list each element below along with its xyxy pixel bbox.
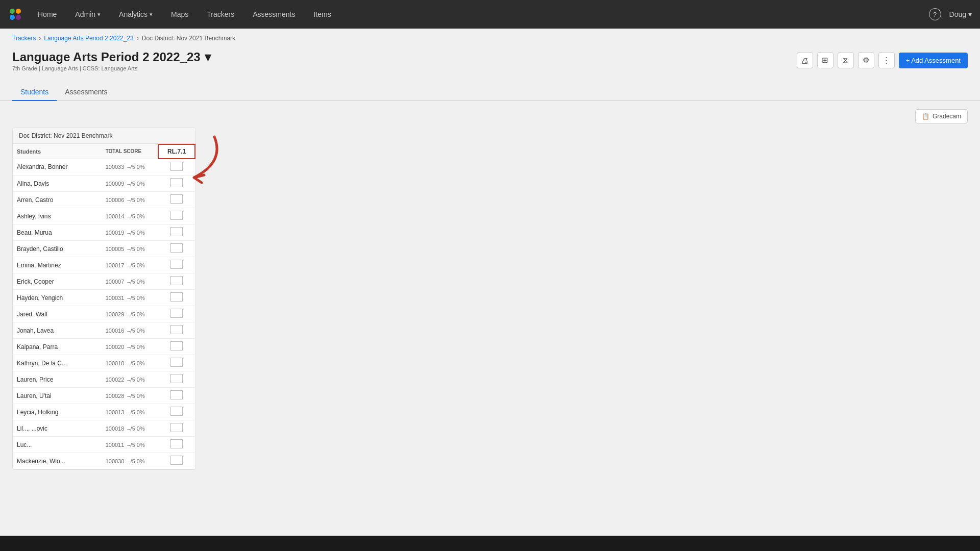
student-rl71-score[interactable] — [158, 437, 195, 453]
student-id-score: 100007 –/5 0% — [102, 273, 159, 290]
table-row[interactable]: Erick, Cooper 100007 –/5 0% — [13, 273, 195, 290]
student-id-score: 100006 –/5 0% — [102, 192, 159, 208]
breadcrumb-current: Doc District: Nov 2021 Benchmark — [142, 35, 235, 42]
student-id-score: 100005 –/5 0% — [102, 241, 159, 257]
page-title: Language Arts Period 2 2022_23 ▾ — [12, 50, 211, 64]
student-rl71-score[interactable] — [158, 208, 195, 224]
student-name: Hayden, Yengich — [13, 290, 102, 306]
student-id-score: 100031 –/5 0% — [102, 290, 159, 306]
assessment-header: Doc District: Nov 2021 Benchmark — [13, 128, 195, 144]
table-area: 📋 Gradecam Doc District: Nov 2021 Benchm… — [0, 101, 980, 478]
student-id-score: 100016 –/5 0% — [102, 322, 159, 339]
filter-button[interactable]: ⧖ — [838, 52, 854, 68]
tabs: Students Assessments — [0, 76, 980, 101]
analytics-chevron: ▾ — [150, 11, 153, 18]
table-row[interactable]: Emina, Martinez 100017 –/5 0% — [13, 257, 195, 273]
table-row[interactable]: Arren, Castro 100006 –/5 0% — [13, 192, 195, 208]
breadcrumb-sep-1: › — [39, 35, 41, 42]
nav-assessments[interactable]: Assessments — [250, 8, 298, 20]
table-row[interactable]: Brayden, Castillo 100005 –/5 0% — [13, 241, 195, 257]
nav-admin[interactable]: Admin ▾ — [72, 8, 104, 20]
table-row[interactable]: Lauren, U'tai 100028 –/5 0% — [13, 388, 195, 404]
student-rl71-score[interactable] — [158, 355, 195, 371]
student-rl71-score[interactable] — [158, 453, 195, 469]
col-students: Students — [13, 144, 102, 159]
title-chevron[interactable]: ▾ — [205, 50, 211, 64]
nav-right: ? Doug ▾ — [929, 8, 972, 20]
col-total-score[interactable]: TOTAL SCORE — [102, 144, 159, 159]
svg-point-1 — [16, 9, 21, 14]
print-button[interactable]: 🖨 — [797, 52, 813, 68]
table-row[interactable]: Luc... 100011 –/5 0% — [13, 437, 195, 453]
grid-button[interactable]: ⊞ — [817, 52, 834, 68]
settings-button[interactable]: ⚙ — [858, 52, 874, 68]
tab-students[interactable]: Students — [12, 84, 57, 101]
table-row[interactable]: Lauren, Price 100022 –/5 0% — [13, 371, 195, 388]
student-rl71-score[interactable] — [158, 224, 195, 241]
col-rl71[interactable]: RL.7.1 — [158, 144, 195, 159]
nav-maps[interactable]: Maps — [168, 8, 191, 20]
student-id-score: 100017 –/5 0% — [102, 257, 159, 273]
page-subtitle: 7th Grade | Language Arts | CCSS: Langua… — [12, 65, 211, 71]
table-row[interactable]: Kathryn, De la C... 100010 –/5 0% — [13, 355, 195, 371]
student-id-score: 100013 –/5 0% — [102, 404, 159, 420]
navbar: Home Admin ▾ Analytics ▾ Maps Trackers A… — [0, 0, 980, 29]
student-rl71-score[interactable] — [158, 192, 195, 208]
student-name: Leycia, Holking — [13, 404, 102, 420]
nav-items[interactable]: Items — [311, 8, 334, 20]
student-id-score: 100014 –/5 0% — [102, 208, 159, 224]
table-row[interactable]: Kaipana, Parra 100020 –/5 0% — [13, 339, 195, 355]
student-rl71-score[interactable] — [158, 176, 195, 192]
breadcrumb-class[interactable]: Language Arts Period 2 2022_23 — [44, 35, 133, 42]
student-rl71-score[interactable] — [158, 290, 195, 306]
student-rl71-score[interactable] — [158, 339, 195, 355]
table-row[interactable]: Hayden, Yengich 100031 –/5 0% — [13, 290, 195, 306]
student-id-score: 100011 –/5 0% — [102, 437, 159, 453]
student-name: Erick, Cooper — [13, 273, 102, 290]
table-row[interactable]: Leycia, Holking 100013 –/5 0% — [13, 404, 195, 420]
student-rl71-score[interactable] — [158, 388, 195, 404]
student-id-score: 100022 –/5 0% — [102, 371, 159, 388]
student-rl71-score[interactable] — [158, 371, 195, 388]
student-rl71-score[interactable] — [158, 322, 195, 339]
more-button[interactable]: ⋮ — [878, 52, 895, 68]
student-name: Jared, Wall — [13, 306, 102, 322]
app-logo[interactable] — [8, 7, 22, 21]
gradecam-button[interactable]: 📋 Gradecam — [915, 109, 968, 123]
table-row[interactable]: Beau, Murua 100019 –/5 0% — [13, 224, 195, 241]
add-assessment-button[interactable]: + Add Assessment — [899, 53, 968, 68]
table-row[interactable]: Ashley, Ivins 100014 –/5 0% — [13, 208, 195, 224]
student-name: Alina, Davis — [13, 176, 102, 192]
nav-home[interactable]: Home — [35, 8, 60, 20]
table-row[interactable]: Jonah, Lavea 100016 –/5 0% — [13, 322, 195, 339]
student-rl71-score[interactable] — [158, 159, 195, 176]
student-name: Kaipana, Parra — [13, 339, 102, 355]
help-button[interactable]: ? — [929, 8, 941, 20]
nav-trackers[interactable]: Trackers — [204, 8, 237, 20]
user-chevron: ▾ — [968, 10, 972, 18]
admin-chevron: ▾ — [97, 11, 101, 18]
student-name: Lauren, Price — [13, 371, 102, 388]
table-row[interactable]: Mackenzie, Wlo... 100030 –/5 0% — [13, 453, 195, 469]
table-row[interactable]: Alina, Davis 100009 –/5 0% — [13, 176, 195, 192]
table-row[interactable]: Alexandra, Bonner 100033 –/5 0% — [13, 159, 195, 176]
tab-assessments[interactable]: Assessments — [57, 84, 115, 101]
student-rl71-score[interactable] — [158, 306, 195, 322]
table-row[interactable]: Lil..., ...ovic 100018 –/5 0% — [13, 420, 195, 437]
table-row[interactable]: Jared, Wall 100029 –/5 0% — [13, 306, 195, 322]
student-rl71-score[interactable] — [158, 241, 195, 257]
svg-point-3 — [16, 15, 21, 20]
student-rl71-score[interactable] — [158, 273, 195, 290]
data-table: Students TOTAL SCORE RL.7.1 Alexandra, B… — [13, 144, 195, 469]
student-name: Kathryn, De la C... — [13, 355, 102, 371]
user-menu[interactable]: Doug ▾ — [949, 10, 972, 18]
student-rl71-score[interactable] — [158, 420, 195, 437]
student-rl71-score[interactable] — [158, 257, 195, 273]
student-rl71-score[interactable] — [158, 404, 195, 420]
student-name: Emina, Martinez — [13, 257, 102, 273]
breadcrumb-trackers[interactable]: Trackers — [12, 35, 36, 42]
student-name: Ashley, Ivins — [13, 208, 102, 224]
student-name: Luc... — [13, 437, 102, 453]
nav-analytics[interactable]: Analytics ▾ — [116, 8, 156, 20]
page-header: Language Arts Period 2 2022_23 ▾ 7th Gra… — [0, 46, 980, 71]
